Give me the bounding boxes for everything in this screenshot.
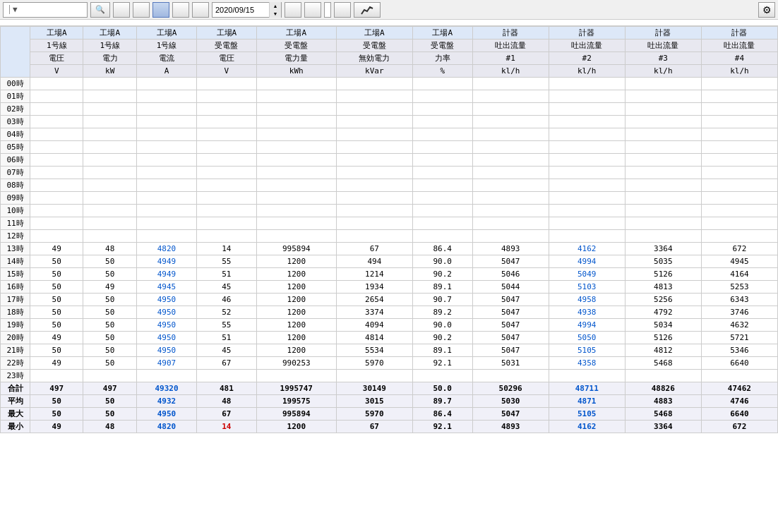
data-cell: 1200 <box>256 344 336 357</box>
data-cell <box>336 205 412 217</box>
data-cell: 990253 <box>256 357 336 370</box>
data-cell: 4632 <box>701 319 777 332</box>
data-cell <box>472 154 549 167</box>
data-cell <box>136 154 196 167</box>
h3-col5: 電力量 <box>256 52 336 65</box>
data-cell <box>336 167 412 179</box>
table-row: 14時5050494955120049490.05047499450354945 <box>1 255 778 268</box>
data-cell: 55 <box>196 255 256 268</box>
time-cell: 12時 <box>1 230 30 243</box>
table-row: 00時 <box>1 78 778 90</box>
data-cell: 1200 <box>256 255 336 268</box>
h2-col11: 吐出流量 <box>701 40 777 52</box>
summary-cell: 497 <box>30 382 83 395</box>
data-cell <box>136 217 196 230</box>
table-row: 16時50494945451200193489.1504451034813525… <box>1 281 778 294</box>
summary-cell: 3364 <box>625 421 701 433</box>
summary-cell: 4883 <box>625 395 701 408</box>
data-cell <box>256 90 336 103</box>
data-cell: 4994 <box>549 255 625 268</box>
data-cell <box>83 90 136 103</box>
data-cell: 5721 <box>701 332 777 344</box>
h2-col7: 受電盤 <box>412 40 472 52</box>
h4-col7: % <box>412 65 472 78</box>
data-cell: 4945 <box>701 255 777 268</box>
table-row: 04時 <box>1 128 778 141</box>
data-cell <box>701 78 777 90</box>
summary-row-min: 最小494848201412006792.1489341623364672 <box>1 421 778 433</box>
data-cell <box>625 179 701 192</box>
date-input-group[interactable]: ▲ ▼ <box>212 2 282 18</box>
time-cell: 11時 <box>1 217 30 230</box>
prev-button[interactable] <box>133 2 150 18</box>
time-cell: 05時 <box>1 141 30 154</box>
data-cell: 4949 <box>136 255 196 268</box>
data-cell <box>256 370 336 382</box>
page-prev-button[interactable] <box>304 2 321 18</box>
h3-col6: 無効電力 <box>336 52 412 65</box>
data-cell <box>196 230 256 243</box>
data-cell <box>256 128 336 141</box>
summary-label-avg: 平均 <box>1 395 30 408</box>
time-cell: 19時 <box>1 319 30 332</box>
daily-button[interactable] <box>152 2 169 18</box>
data-cell: 5346 <box>701 344 777 357</box>
data-cell: 4164 <box>701 268 777 281</box>
data-cell <box>412 116 472 128</box>
h4-col2: kW <box>83 65 136 78</box>
header-row-2: 1号線 1号線 1号線 受電盤 受電盤 受電盤 受電盤 吐出流量 吐出流量 吐出… <box>1 40 778 52</box>
settings-button[interactable]: ⚙ <box>758 2 775 18</box>
data-cell: 46 <box>196 294 256 306</box>
graph-button[interactable] <box>354 2 381 18</box>
data-cell: 49 <box>30 332 83 344</box>
monthly-button[interactable] <box>172 2 189 18</box>
data-cell <box>336 128 412 141</box>
data-cell <box>136 167 196 179</box>
data-cell: 4950 <box>136 319 196 332</box>
group-select[interactable]: ▼ <box>3 2 88 18</box>
table-container[interactable]: 工場A 工場A 工場A 工場A 工場A 工場A 工場A 計器 計器 計器 計器 … <box>0 26 778 532</box>
h2-col2: 1号線 <box>83 40 136 52</box>
data-cell: 4938 <box>549 306 625 319</box>
data-cell: 5534 <box>336 344 412 357</box>
yearly-button[interactable] <box>192 2 209 18</box>
data-cell <box>412 90 472 103</box>
data-cell: 50 <box>30 306 83 319</box>
h3-col9: #2 <box>549 52 625 65</box>
search-button[interactable]: 🔍 <box>90 2 110 18</box>
report-title <box>0 20 778 26</box>
time-header <box>1 27 30 78</box>
today-button[interactable] <box>285 2 301 18</box>
data-cell: 89.1 <box>412 344 472 357</box>
data-cell <box>549 179 625 192</box>
data-cell <box>625 78 701 90</box>
data-cell <box>625 205 701 217</box>
page-next-button[interactable] <box>334 2 351 18</box>
data-cell <box>412 192 472 205</box>
header-row-3: 電圧 電力 電流 電圧 電力量 無効電力 力率 #1 #2 #3 #4 <box>1 52 778 65</box>
summary-cell: 5970 <box>336 408 412 421</box>
h4-col11: kl/h <box>701 65 777 78</box>
time-cell: 04時 <box>1 128 30 141</box>
page-info <box>324 2 331 18</box>
date-down-button[interactable]: ▼ <box>270 10 281 18</box>
date-input[interactable] <box>213 6 269 14</box>
time-cell: 22時 <box>1 357 30 370</box>
prev-prev-button[interactable] <box>113 2 130 18</box>
data-cell: 5253 <box>701 281 777 294</box>
data-cell <box>256 179 336 192</box>
date-up-button[interactable]: ▲ <box>270 2 281 10</box>
summary-cell: 4950 <box>136 408 196 421</box>
data-cell: 4945 <box>136 281 196 294</box>
table-row: 08時 <box>1 179 778 192</box>
table-row: 11時 <box>1 217 778 230</box>
data-cell: 49 <box>83 281 136 294</box>
data-cell <box>83 192 136 205</box>
data-cell: 494 <box>336 255 412 268</box>
h3-col1: 電圧 <box>30 52 83 65</box>
summary-cell: 4871 <box>549 395 625 408</box>
data-cell: 3364 <box>625 243 701 255</box>
table-row: 22時4950490767990253597092.15031435854686… <box>1 357 778 370</box>
main-container: ▼ 🔍 ▲ ▼ ⚙ <box>0 0 778 532</box>
data-cell: 1200 <box>256 306 336 319</box>
